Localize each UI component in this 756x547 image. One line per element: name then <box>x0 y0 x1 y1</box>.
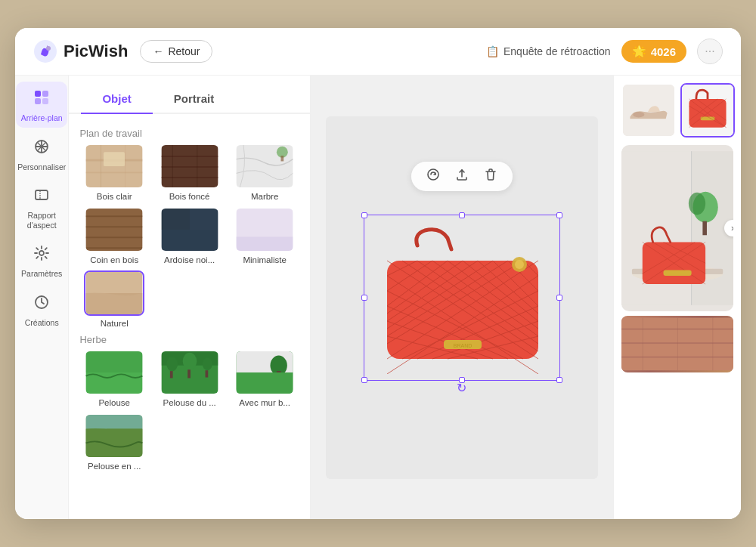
credits-button[interactable]: 🌟 4026 <box>621 40 686 63</box>
bg-name-avec-mur-b: Avec mur b... <box>239 398 290 407</box>
handbag-image: BRAND <box>372 223 553 374</box>
bg-name-bois-clair: Bois clair <box>97 192 132 201</box>
bg-item-bois-clair[interactable]: Bois clair <box>79 144 148 201</box>
bg-name-minimaliste: Minimaliste <box>243 255 287 264</box>
svg-rect-23 <box>161 166 218 168</box>
sidebar-item-parametres[interactable]: Paramètres <box>16 237 67 283</box>
bg-thumb-pelouse-du <box>160 350 220 395</box>
svg-point-1 <box>46 46 51 51</box>
bg-thumb-minimaliste <box>234 207 295 252</box>
logo: PicWish <box>33 39 128 63</box>
svg-rect-119 <box>663 270 691 276</box>
svg-rect-30 <box>86 209 143 251</box>
bg-name-marbre: Marbre <box>251 192 278 201</box>
tab-portrait[interactable]: Portrait <box>153 86 235 114</box>
coin-icon: 🌟 <box>632 45 646 58</box>
bg-item-pelouse-en[interactable]: Pelouse en ... <box>79 413 148 471</box>
back-arrow-icon: ← <box>153 45 163 57</box>
thumb-handbag[interactable] <box>680 83 735 138</box>
svg-rect-31 <box>86 215 143 217</box>
logo-icon <box>33 39 57 63</box>
svg-rect-126 <box>677 318 678 370</box>
svg-rect-3 <box>42 91 48 97</box>
handle-mid-right[interactable] <box>556 295 562 301</box>
sidebar-item-creations[interactable]: Créations <box>16 286 67 332</box>
bg-item-marbre[interactable]: Marbre <box>230 144 299 201</box>
bg-thumb-pelouse <box>84 350 144 395</box>
delete-button[interactable] <box>481 166 500 187</box>
object-toolbar <box>411 162 513 191</box>
bg-item-pelouse-du[interactable]: Pelouse du ... <box>155 350 224 407</box>
svg-rect-5 <box>42 98 48 104</box>
svg-rect-18 <box>101 145 102 187</box>
avatar-button[interactable]: ··· <box>697 39 723 64</box>
bg-name-ardoise-noi: Ardoise noi... <box>164 255 215 264</box>
arriere-plan-icon <box>33 89 50 110</box>
bg-item-pelouse[interactable]: Pelouse <box>79 350 148 407</box>
handle-bot-right[interactable] <box>556 377 562 383</box>
svg-point-109 <box>689 193 705 215</box>
main-content: Arrière-plan Personnaliser <box>15 76 741 519</box>
rapport-icon <box>33 187 50 208</box>
svg-point-94 <box>515 260 524 269</box>
sidebar-item-label-parametres: Paramètres <box>21 269 62 279</box>
svg-rect-19 <box>125 145 125 187</box>
handle-top-mid[interactable] <box>459 212 465 218</box>
bg-name-pelouse-en: Pelouse en ... <box>88 462 141 471</box>
bg-item-avec-mur-b[interactable]: Avec mur b... <box>230 350 299 407</box>
herbe-grid: Pelouse <box>69 350 309 471</box>
back-button[interactable]: ← Retour <box>140 40 212 63</box>
bg-item-ardoise-noi[interactable]: Ardoise noi... <box>155 207 224 264</box>
svg-rect-25 <box>172 145 172 187</box>
bg-name-bois-fonce: Bois foncé <box>169 192 210 201</box>
header: PicWish ← Retour 📋 Enquête de rétroactio… <box>15 28 741 76</box>
handle-top-right[interactable] <box>556 212 562 218</box>
creations-icon <box>33 294 50 315</box>
svg-rect-4 <box>35 98 41 104</box>
svg-rect-20 <box>104 152 125 166</box>
app-window: PicWish ← Retour 📋 Enquête de rétroactio… <box>15 28 741 519</box>
parametres-icon <box>33 245 50 266</box>
sidebar-item-personnaliser[interactable]: Personnaliser <box>16 131 67 177</box>
svg-point-46 <box>166 357 178 371</box>
canvas-area: ↻ <box>311 76 613 519</box>
svg-rect-51 <box>205 370 208 377</box>
rotate-handle[interactable]: ↻ <box>457 381 466 395</box>
handle-mid-left[interactable] <box>361 295 367 301</box>
bg-thumb-bois-fonce <box>160 144 220 189</box>
tab-objet[interactable]: Objet <box>81 86 152 114</box>
section-herbe: Herbe <box>69 328 309 350</box>
right-panel: › <box>613 76 741 519</box>
bg-item-bois-fonce[interactable]: Bois foncé <box>155 144 224 201</box>
svg-rect-39 <box>237 236 293 251</box>
svg-rect-34 <box>86 247 143 249</box>
sidebar-item-label-personnaliser: Personnaliser <box>17 162 66 172</box>
bg-thumb-naturel <box>84 270 144 316</box>
svg-rect-127 <box>712 318 713 370</box>
handle-top-left[interactable] <box>361 212 367 218</box>
bg-thumb-avec-mur-b <box>234 350 295 395</box>
svg-rect-29 <box>281 156 284 161</box>
bg-item-coin-en-bois[interactable]: Coin en bois <box>79 207 148 264</box>
bg-thumb-bois-clair <box>84 144 144 189</box>
canvas-workspace[interactable]: ↻ <box>326 116 598 479</box>
svg-rect-41 <box>86 293 143 314</box>
handle-bot-left[interactable] <box>361 377 367 383</box>
bg-item-minimaliste[interactable]: Minimaliste <box>230 207 299 264</box>
panel: Objet Portrait Plan de travail <box>69 76 310 519</box>
svg-rect-17 <box>86 172 143 173</box>
replace-button[interactable] <box>423 166 443 187</box>
header-right: 📋 Enquête de rétroaction 🌟 4026 ··· <box>486 39 723 64</box>
thumb-shoes[interactable] <box>621 83 676 138</box>
bg-item-naturel[interactable]: Naturel <box>79 270 148 328</box>
sidebar-item-rapport[interactable]: Rapport d'aspect <box>16 179 67 234</box>
feedback-button[interactable]: 📋 Enquête de rétroaction <box>486 45 611 57</box>
sidebar-item-arriere-plan[interactable]: Arrière-plan <box>16 82 67 128</box>
svg-rect-32 <box>86 226 143 227</box>
export-button[interactable] <box>452 166 472 187</box>
feedback-label: Enquête de rétroaction <box>503 45 611 57</box>
thumbnails-strip <box>614 76 741 138</box>
svg-point-96 <box>633 112 644 118</box>
bg-thumb-coin-en-bois <box>84 207 144 252</box>
svg-rect-58 <box>86 415 143 429</box>
